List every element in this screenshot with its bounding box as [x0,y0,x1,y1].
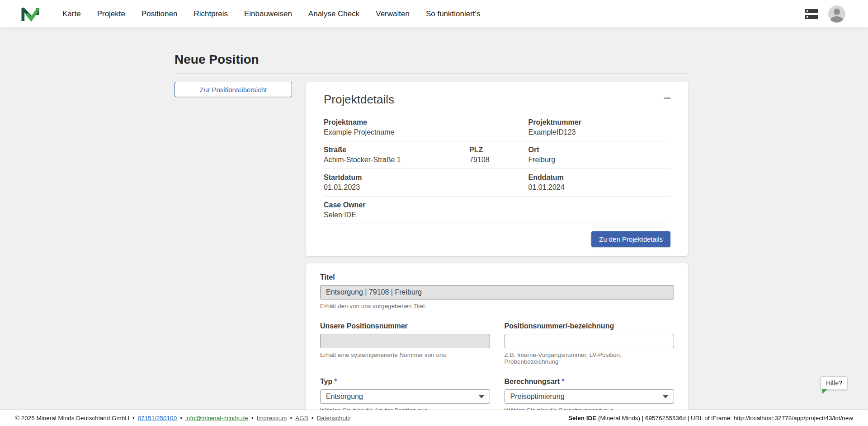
right-column: Projektdetails – Projektname Example Pro… [306,82,688,426]
unsere-positionsnummer-input [320,334,490,348]
separator: • [290,415,292,421]
typ-field: Typ* Entsorgung Wählen Sie hier die Art … [320,378,490,414]
typ-label: Typ* [320,378,337,385]
case-owner-value: Selen IDE [324,211,670,219]
enddatum-value: 01.01.2024 [528,183,670,192]
positionsnummer-field: Positionsnummer/-bezeichnung Z.B. Intern… [505,322,675,365]
typ-select-value: Entsorgung [326,393,363,401]
help-button[interactable]: Hilfe? [821,376,848,390]
project-details-table: Projektname Example Projectname Projektn… [324,117,670,224]
unsere-positionsnummer-label: Unsere Positionsnummer [320,322,408,330]
plz-value: 79108 [469,156,528,164]
email-link[interactable]: info@mineral-minds.de [185,415,248,421]
plz-label: PLZ [469,146,528,154]
impressum-link[interactable]: Impressum [257,415,287,421]
agb-link[interactable]: AGB [295,415,308,421]
startdatum-value: 01.01.2023 [324,183,528,192]
left-column: Zur Positionsübersicht [175,82,306,426]
table-row: Straße Achim-Stocker-Straße 1 PLZ 79108 … [324,141,670,169]
separator: • [251,415,254,421]
positionsnummer-input[interactable] [505,334,675,348]
nav-item-positionen[interactable]: Positionen [142,9,177,19]
table-row: Case Owner Selen IDE [324,196,670,224]
top-navbar: Karte Projekte Positionen Richtpreis Ein… [0,0,868,28]
nav-item-analyse-check[interactable]: Analyse Check [308,9,359,19]
navbar-right [805,5,845,23]
projektnummer-value: ExampleID123 [528,128,670,136]
session-user: Selen IDE [568,415,596,421]
title-divider [175,73,688,74]
main-content: Neue Position Zur Positionsübersicht Pro… [0,28,868,426]
project-details-title: Projektdetails [324,93,394,107]
projektnummer-label: Projektnummer [528,118,670,126]
footer: © 2025 Mineral Minds Deutschland GmbH • … [0,410,868,426]
nav-item-karte[interactable]: Karte [62,9,81,19]
titel-input [320,285,674,300]
strasse-label: Straße [324,146,469,154]
session-details: (Mineral Minds) | 69576255536d | URL of … [596,415,853,421]
session-info: Selen IDE (Mineral Minds) | 69576255536d… [561,408,853,426]
positionsnummer-help-text: Z.B. Interne-Vorgangsnummer, LV-Position… [505,351,675,365]
berechnungsart-label: Berechnungsart* [505,378,565,385]
startdatum-label: Startdatum [324,173,528,182]
page-title: Neue Position [175,52,868,67]
berechnungsart-select-value: Preisoptimierung [510,393,565,401]
new-position-form-card: Titel Erhält den von uns vorgegebenen Ti… [306,263,688,426]
position-overview-button[interactable]: Zur Positionsübersicht [175,82,292,97]
separator: • [180,415,182,421]
unsere-positionsnummer-help-text: Erhält eine systemgenerierte Nummer von … [320,351,490,358]
berechnungsart-label-text: Berechnungsart [505,378,560,385]
main-nav: Karte Projekte Positionen Richtpreis Ein… [62,9,480,19]
titel-label: Titel [320,273,335,281]
separator: • [132,415,135,421]
nav-item-verwalten[interactable]: Verwalten [376,9,410,19]
typ-select[interactable]: Entsorgung [320,389,490,404]
chevron-down-icon [479,395,484,398]
required-asterisk: * [334,378,337,385]
project-details-card: Projektdetails – Projektname Example Pro… [306,82,688,256]
collapse-icon[interactable]: – [664,93,670,102]
ort-value: Freiburg [528,156,670,164]
ort-label: Ort [528,146,670,154]
typ-label-text: Typ [320,378,332,385]
mineral-minds-logo-icon[interactable] [21,5,40,23]
project-details-button[interactable]: Zu den Projektdetails [591,231,670,247]
unsere-positionsnummer-field: Unsere Positionsnummer Erhält eine syste… [320,322,490,365]
enddatum-label: Enddatum [528,173,670,182]
chevron-down-icon [663,395,668,398]
server-icon[interactable] [805,9,818,19]
table-row: Projektname Example Projectname Projektn… [324,117,670,141]
nav-item-so-funktionierts[interactable]: So funktioniert's [426,9,480,19]
nav-item-einbauweisen[interactable]: Einbauweisen [244,9,292,19]
projektname-label: Projektname [324,118,528,126]
berechnungsart-select[interactable]: Preisoptimierung [505,389,675,404]
titel-help-text: Erhält den von uns vorgegebenen Titel. [320,303,674,309]
user-avatar[interactable] [828,5,845,23]
separator: • [311,415,314,421]
datenschutz-link[interactable]: Datenschutz [316,415,350,421]
copyright-text: © 2025 Mineral Minds Deutschland GmbH [15,415,129,421]
case-owner-label: Case Owner [324,201,670,209]
required-asterisk: * [561,378,564,385]
phone-link[interactable]: 07151/250100 [138,415,177,421]
titel-field: Titel Erhält den von uns vorgegebenen Ti… [320,273,674,309]
projektname-value: Example Projectname [324,128,528,136]
table-row: Startdatum 01.01.2023 Enddatum 01.01.202… [324,169,670,196]
nav-item-richtpreis[interactable]: Richtpreis [193,9,228,19]
strasse-value: Achim-Stocker-Straße 1 [324,156,469,164]
positionsnummer-label: Positionsnummer/-bezeichnung [505,322,614,330]
nav-item-projekte[interactable]: Projekte [97,9,125,19]
